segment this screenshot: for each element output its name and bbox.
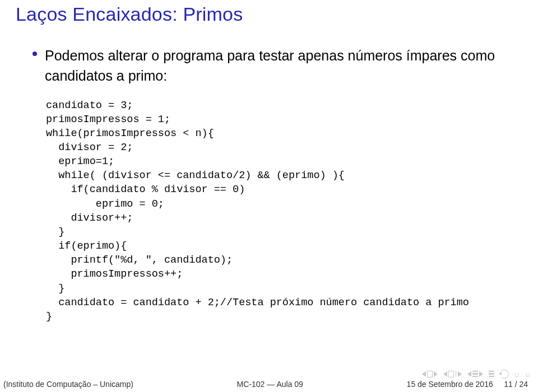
footer-institute: (Instituto de Computação – Unicamp) <box>3 380 133 389</box>
footer: (Instituto de Computação – Unicamp) MC-1… <box>0 380 538 389</box>
nav-prev-frame[interactable] <box>467 371 483 377</box>
footer-date-page: 15 de Setembro de 2016 11 / 24 <box>407 380 528 389</box>
page-icon <box>448 371 454 377</box>
code-block: candidato = 3; primosImpressos = 1; whil… <box>46 99 522 324</box>
nav-prev-slide[interactable] <box>443 371 462 377</box>
nav-toolbar: ⌕ ⌕ <box>422 369 531 379</box>
bullet-icon <box>33 52 37 56</box>
nav-prev-section[interactable] <box>422 371 438 377</box>
page-icon <box>427 371 433 377</box>
slide: Laços Encaixados: Primos Podemos alterar… <box>0 0 538 392</box>
bullet-item: Podemos alterar o programa para testar a… <box>33 45 522 86</box>
triangle-left-icon <box>422 371 426 377</box>
footer-course: MC-102 — Aula 09 <box>133 380 407 389</box>
bullet-text: Podemos alterar o programa para testar a… <box>45 45 522 86</box>
bar-icon <box>456 371 457 377</box>
triangle-left-icon <box>467 371 471 377</box>
undo-icon[interactable] <box>500 370 509 379</box>
triangle-right-icon <box>434 371 438 377</box>
search-icon[interactable]: ⌕ <box>514 369 520 379</box>
triangle-right-icon <box>479 371 483 377</box>
triangle-left-icon <box>443 371 447 377</box>
bars-icon <box>489 371 494 377</box>
search-doc-icon[interactable]: ⌕ <box>525 369 530 379</box>
slide-title: Laços Encaixados: Primos <box>16 3 522 25</box>
footer-date: 15 de Setembro de 2016 <box>407 380 493 389</box>
bars-icon <box>472 371 478 377</box>
footer-page: 11 / 24 <box>504 380 528 389</box>
triangle-right-icon <box>458 371 462 377</box>
